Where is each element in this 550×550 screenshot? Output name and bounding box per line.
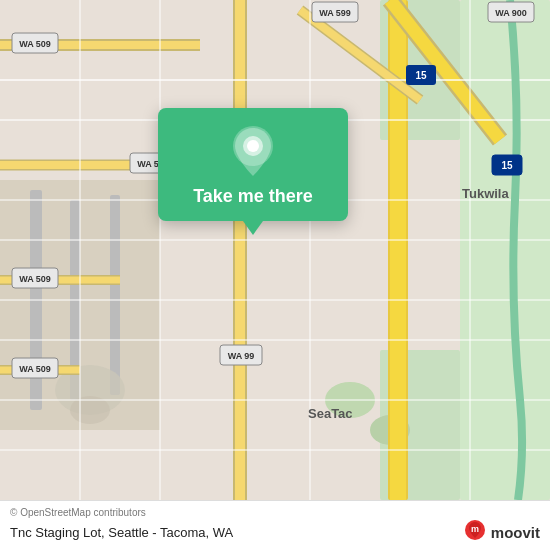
location-text: Tnc Staging Lot, Seattle - Tacoma, WA	[10, 525, 233, 540]
svg-text:15: 15	[415, 70, 427, 81]
location-line: Tnc Staging Lot, Seattle - Tacoma, WA m …	[10, 520, 540, 544]
map-attribution: © OpenStreetMap contributors	[10, 507, 540, 518]
svg-text:WA 599: WA 599	[319, 8, 351, 18]
svg-text:WA 509: WA 509	[19, 39, 51, 49]
bottom-bar: © OpenStreetMap contributors Tnc Staging…	[0, 500, 550, 550]
svg-text:WA 509: WA 509	[19, 274, 51, 284]
location-pin-icon	[231, 126, 275, 178]
svg-point-66	[247, 140, 259, 152]
svg-rect-11	[110, 195, 120, 395]
svg-text:Tukwila: Tukwila	[462, 186, 509, 201]
map-svg: WA 509 WA 509 WA 509 WA 518 WA 99 WA 599…	[0, 0, 550, 500]
svg-text:SeaTac: SeaTac	[308, 406, 353, 421]
svg-text:WA 99: WA 99	[228, 351, 255, 361]
svg-text:WA 900: WA 900	[495, 8, 527, 18]
take-me-there-card[interactable]: Take me there	[158, 108, 348, 221]
take-me-there-label: Take me there	[193, 186, 313, 207]
map-view: WA 509 WA 509 WA 509 WA 518 WA 99 WA 599…	[0, 0, 550, 500]
svg-text:15: 15	[501, 160, 513, 171]
svg-text:m: m	[471, 524, 479, 534]
moovit-logo: m moovit	[463, 520, 540, 544]
moovit-brand-text: moovit	[491, 524, 540, 541]
moovit-brand-icon: m	[463, 520, 487, 544]
svg-text:WA 509: WA 509	[19, 364, 51, 374]
svg-rect-3	[460, 0, 550, 500]
